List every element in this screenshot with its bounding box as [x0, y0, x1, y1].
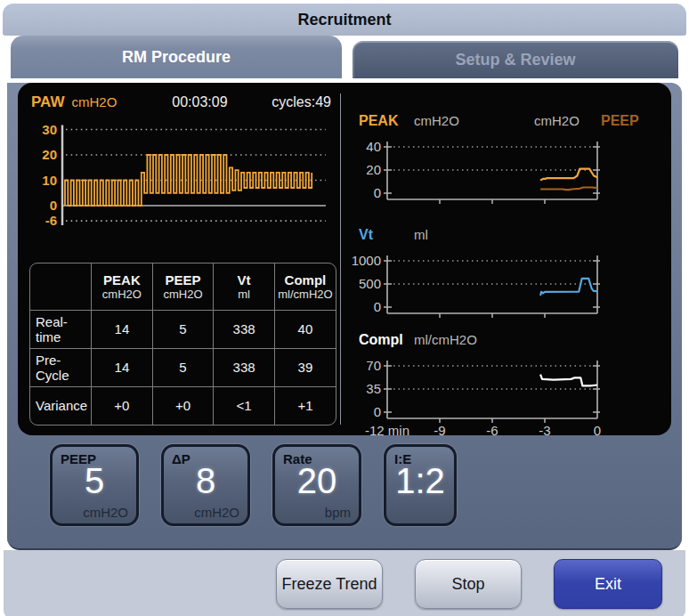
row-label: Pre-Cycle: [30, 348, 92, 386]
compl-trend-unit: ml/cmH2O: [414, 332, 477, 347]
tab-setup-review[interactable]: Setup & Review: [353, 41, 678, 78]
tab-setup-review-label: Setup & Review: [455, 51, 575, 69]
compl-trend-label: Compl: [359, 332, 403, 348]
rm-procedure-panel: PAW cmH2O 00:03:09 cycles:49 3020100-6 P…: [7, 83, 682, 550]
cell-value: 40: [274, 310, 336, 348]
peep-setting-button[interactable]: PEEP 5 cmH2O: [50, 444, 139, 526]
delta-p-setting-label: ΔP: [172, 451, 190, 466]
vt-trend-unit: ml: [414, 227, 428, 242]
row-label: Variance: [30, 386, 92, 425]
delta-p-setting-unit: cmH2O: [194, 505, 239, 520]
delta-p-setting-button[interactable]: ΔP 8 cmH2O: [161, 444, 250, 526]
peak-peep-trend-svg: 40200: [352, 133, 665, 204]
measurements-table: PEAK cmH2O PEEP cmH2O Vt ml: [29, 263, 336, 426]
trend-pane: PEAK cmH2O cmH2O PEEP 40200 Vt ml 100050…: [341, 88, 668, 430]
vt-trend-trace: [540, 279, 597, 296]
rate-setting-unit: bpm: [325, 505, 351, 520]
compl-trend-block: Compl ml/cmH2O 70350-12 min-9-6-30: [352, 332, 668, 435]
trend-ytick-label: 500: [359, 276, 381, 291]
paw-ytick-label: 30: [42, 122, 57, 137]
compl-trend-svg: 70350-12 min-9-6-30: [352, 352, 665, 435]
ie-ratio-setting-button[interactable]: I:E 1:2: [384, 444, 457, 526]
freeze-trend-button[interactable]: Freeze Trend: [276, 559, 383, 609]
paw-unit-label: cmH2O: [71, 94, 117, 109]
cell-value: 5: [152, 310, 214, 348]
recruitment-window: Recruitment RM Procedure Setup & Review …: [0, 0, 689, 616]
monitor-display: PAW cmH2O 00:03:09 cycles:49 3020100-6 P…: [18, 83, 671, 435]
tab-rm-procedure[interactable]: RM Procedure: [11, 36, 342, 78]
paw-pane: PAW cmH2O 00:03:09 cycles:49 3020100-6 P…: [27, 88, 340, 430]
ie-ratio-setting-value: 1:2: [386, 461, 454, 501]
peep-setting-label: PEEP: [61, 451, 96, 466]
paw-ytick-label: 20: [42, 147, 57, 162]
paw-label: PAW: [31, 93, 64, 111]
peak-trend-unit: cmH2O: [414, 113, 459, 128]
cycle-counter: cycles:49: [272, 94, 331, 110]
paw-waveform-trace: [65, 155, 312, 206]
tab-rm-procedure-label: RM Procedure: [122, 48, 231, 67]
cell-value: 14: [92, 348, 153, 386]
compl-trend-trace: [540, 375, 597, 386]
trend-ytick-label: 0: [374, 299, 381, 314]
delta-p-setting-value: 8: [164, 461, 247, 501]
column-header-compl: Compl ml/cmH2O: [274, 263, 336, 310]
cell-value: <1: [214, 386, 275, 425]
paw-ytick-label: -6: [45, 213, 57, 228]
stop-button[interactable]: Stop: [415, 559, 522, 609]
cell-value: +0: [152, 386, 214, 425]
exit-button[interactable]: Exit: [554, 559, 662, 609]
vt-trend-block: Vt ml 10005000: [352, 227, 668, 321]
peep-trend-label: PEEP: [601, 113, 639, 129]
cell-value: +0: [92, 386, 153, 425]
trend-xtick-label: -12 min: [365, 423, 409, 435]
peak-trend-label: PEAK: [359, 113, 398, 129]
trend-ytick-label: 1000: [352, 253, 381, 268]
paw-ytick-label: 10: [42, 173, 57, 188]
row-label: Real-time: [30, 310, 92, 348]
trend-ytick-label: 0: [374, 404, 381, 419]
ie-ratio-setting-label: I:E: [394, 451, 411, 466]
trend-xtick-label: -3: [539, 423, 550, 435]
page-title: Recruitment: [297, 11, 391, 29]
trend-ytick-label: 40: [366, 139, 381, 154]
trend-xtick-label: -6: [486, 423, 498, 435]
column-header-peep: PEEP cmH2O: [152, 263, 214, 310]
trend-ytick-label: 0: [374, 185, 381, 200]
peak-peep-trend-block: PEAK cmH2O cmH2O PEEP 40200: [352, 113, 668, 207]
cell-value: +1: [274, 386, 336, 425]
peep-setting-value: 5: [53, 461, 136, 501]
cell-value: 338: [214, 310, 275, 348]
trend-ytick-label: 70: [366, 358, 381, 373]
cell-value: 338: [214, 348, 275, 386]
peep-trend-trace: [540, 188, 597, 190]
trend-ytick-label: 20: [366, 162, 381, 177]
column-header-vt: Vt ml: [214, 263, 275, 310]
trend-xtick-label: -9: [434, 423, 445, 435]
trend-ytick-label: 35: [366, 381, 381, 396]
table-row-variance: Variance +0 +0 <1 +1: [30, 386, 336, 425]
rate-setting-button[interactable]: Rate 20 bpm: [272, 444, 361, 526]
vt-trend-svg: 10005000: [352, 247, 665, 318]
elapsed-time: 00:03:09: [172, 94, 227, 110]
rate-setting-value: 20: [275, 461, 359, 501]
paw-waveform-svg: 3020100-6: [27, 113, 333, 239]
trend-xtick-label: 0: [594, 423, 601, 435]
table-row-realtime: Real-time 14 5 338 40: [30, 310, 336, 348]
table-row-precycle: Pre-Cycle 14 5 338 39: [30, 348, 336, 386]
cell-value: 5: [152, 348, 214, 386]
paw-ytick-label: 0: [50, 198, 57, 213]
cell-value: 14: [92, 310, 153, 348]
vt-trend-label: Vt: [359, 227, 373, 243]
rate-setting-label: Rate: [283, 451, 312, 466]
column-header-peak: PEAK cmH2O: [92, 263, 153, 310]
table-corner-cell: [30, 263, 92, 310]
settings-row: PEEP 5 cmH2O ΔP 8 cmH2O Rate 20 bpm I:E …: [7, 435, 682, 526]
tab-bar: RM Procedure Setup & Review: [3, 36, 686, 78]
cell-value: 39: [274, 348, 336, 386]
paw-waveform-header: PAW cmH2O 00:03:09 cycles:49: [27, 93, 340, 113]
peak-trend-trace: [540, 169, 597, 181]
window-title-bar: Recruitment: [3, 4, 686, 36]
bottom-button-bar: Freeze Trend Stop Exit: [4, 550, 685, 616]
peep-trend-unit: cmH2O: [534, 113, 580, 128]
peep-setting-unit: cmH2O: [83, 505, 128, 520]
